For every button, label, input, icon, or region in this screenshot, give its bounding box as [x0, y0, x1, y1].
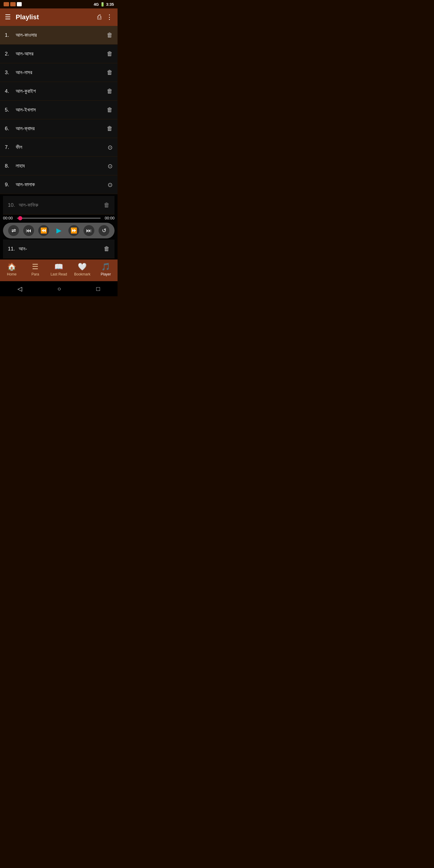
progress-thumb[interactable]: [18, 216, 22, 220]
list-item[interactable]: 10. আল-কাফিরু 🗑: [3, 196, 115, 215]
item-name: আল-ফালাক: [16, 182, 35, 188]
android-nav-bar: ◁ ○ □: [0, 281, 118, 296]
nav-label-para: Para: [31, 272, 39, 276]
nav-item-bookmark[interactable]: 🤍 Bookmark: [70, 262, 94, 279]
list-item[interactable]: 2. আল-আসর 🗑: [0, 44, 118, 63]
nav-label-home: Home: [7, 272, 17, 276]
list-item[interactable]: 1. আল-কাওসার 🗑: [0, 26, 118, 44]
nav-label-player: Player: [101, 272, 111, 276]
list-item[interactable]: 7. ফীল ⊙: [0, 138, 118, 157]
item-name: আল-কুরাইশ: [16, 88, 36, 94]
list-item[interactable]: 8. লাহাব ⊙: [0, 157, 118, 176]
nav-item-last-read[interactable]: 📖 Last Read: [47, 262, 70, 279]
share-button[interactable]: ⎙: [97, 13, 101, 21]
item-number: 1.: [5, 32, 13, 38]
item-name: আল-ক্বাদর: [16, 126, 35, 132]
list-item[interactable]: 3. আন-নাসর 🗑: [0, 63, 118, 82]
item-number: 4.: [5, 88, 13, 94]
time-end: 00:00: [103, 216, 115, 220]
rewind-icon: ⏪: [40, 227, 47, 234]
item-number: 6.: [5, 126, 13, 132]
next-icon: ⏭: [86, 227, 92, 234]
prev-button[interactable]: ⏮: [23, 225, 34, 236]
player-controls: ⇌ ⏮ ⏪ ▶ ⏩ ⏭ ↺: [3, 223, 115, 239]
notification-icon-3: [17, 2, 22, 6]
notification-icon-1: [4, 2, 9, 6]
item-number: 3.: [5, 70, 13, 76]
progress-track[interactable]: [17, 218, 101, 219]
clock: 3:35: [106, 2, 114, 7]
item-number: 5.: [5, 107, 13, 113]
delete-icon[interactable]: 🗑: [104, 245, 110, 252]
home-button[interactable]: ○: [57, 285, 61, 292]
page-title: Playlist: [16, 13, 97, 21]
playlist-container: 1. আল-কাওসার 🗑 2. আল-আসর 🗑 3. আন-নাসর 🗑 …: [0, 26, 118, 259]
shuffle-icon: ⇌: [11, 227, 16, 234]
list-item[interactable]: 11. আন- 🗑: [3, 240, 115, 258]
bottom-nav: 🏠 Home ☰ Para 📖 Last Read 🤍 Bookmark 🎵 P…: [0, 259, 118, 281]
list-item[interactable]: 9. আল-ফালাক ⊙: [0, 176, 118, 194]
nav-item-player[interactable]: 🎵 Player: [94, 262, 118, 279]
delete-icon[interactable]: 🗑: [107, 69, 113, 76]
item-name: লাহাব: [16, 163, 25, 169]
repeat-button[interactable]: ↺: [98, 225, 110, 236]
last-read-icon: 📖: [54, 262, 63, 271]
header: ☰ Playlist ⎙ ⋮: [0, 8, 118, 26]
para-icon: ☰: [32, 262, 38, 271]
item-name: আল-কাফিরু: [19, 202, 38, 208]
play-button[interactable]: ▶: [53, 225, 64, 236]
download-icon[interactable]: ⊙: [107, 162, 113, 170]
item-number: 9.: [5, 182, 13, 188]
item-name: আন-নাসর: [16, 70, 32, 76]
delete-icon[interactable]: 🗑: [107, 32, 113, 38]
notification-icon-2: [10, 2, 16, 6]
player-bar: 10. আল-কাফিরু 🗑 00:00 00:00 ⇌ ⏮ ⏪: [0, 194, 118, 259]
nav-label-bookmark: Bookmark: [74, 272, 90, 276]
list-item[interactable]: 6. আল-ক্বাদর 🗑: [0, 119, 118, 138]
item-number: 11.: [8, 246, 16, 252]
item-name: ফীল: [16, 144, 22, 150]
progress-row: 00:00 00:00: [3, 215, 115, 221]
signal-icon: 4G: [94, 2, 99, 7]
menu-button[interactable]: ☰: [5, 13, 11, 21]
back-button[interactable]: ◁: [18, 285, 22, 292]
nav-item-home[interactable]: 🏠 Home: [0, 262, 24, 279]
item-name: আল-আসর: [16, 51, 33, 57]
item-name: আল-কাওসার: [16, 32, 37, 38]
next-button[interactable]: ⏭: [84, 225, 94, 236]
download-icon[interactable]: ⊙: [107, 144, 113, 151]
recents-button[interactable]: □: [96, 285, 100, 292]
nav-item-para[interactable]: ☰ Para: [24, 262, 47, 279]
delete-icon[interactable]: 🗑: [107, 50, 113, 57]
repeat-icon: ↺: [102, 227, 106, 234]
list-item[interactable]: 5. আল-ইখলাস 🗑: [0, 101, 118, 119]
item-number: 2.: [5, 51, 13, 57]
status-right: 4G 🔋 3:35: [94, 2, 114, 7]
list-item[interactable]: 4. আল-কুরাইশ 🗑: [0, 82, 118, 101]
delete-icon[interactable]: 🗑: [104, 202, 110, 209]
delete-icon[interactable]: 🗑: [107, 88, 113, 95]
time-start: 00:00: [3, 216, 14, 220]
play-icon: ▶: [56, 227, 61, 235]
item-number: 7.: [5, 144, 13, 150]
header-actions: ⎙ ⋮: [97, 13, 113, 21]
rewind-button[interactable]: ⏪: [38, 225, 49, 236]
home-icon: 🏠: [7, 262, 16, 271]
status-bar: 4G 🔋 3:35: [0, 0, 118, 8]
battery-icon: 🔋: [100, 2, 105, 7]
shuffle-button[interactable]: ⇌: [8, 225, 19, 236]
item-name: আল-ইখলাস: [16, 107, 36, 113]
forward-button[interactable]: ⏩: [68, 225, 79, 236]
download-icon[interactable]: ⊙: [107, 181, 113, 188]
bookmark-icon: 🤍: [78, 262, 87, 271]
status-notifications: [4, 2, 22, 6]
prev-icon: ⏮: [26, 227, 31, 234]
item-number: 8.: [5, 163, 13, 169]
more-options-button[interactable]: ⋮: [106, 13, 113, 21]
delete-icon[interactable]: 🗑: [107, 125, 113, 132]
item-number: 10.: [8, 202, 16, 208]
player-icon: 🎵: [101, 262, 110, 271]
delete-icon[interactable]: 🗑: [107, 106, 113, 113]
item-name: আন-: [19, 246, 27, 252]
nav-label-last-read: Last Read: [51, 272, 67, 276]
